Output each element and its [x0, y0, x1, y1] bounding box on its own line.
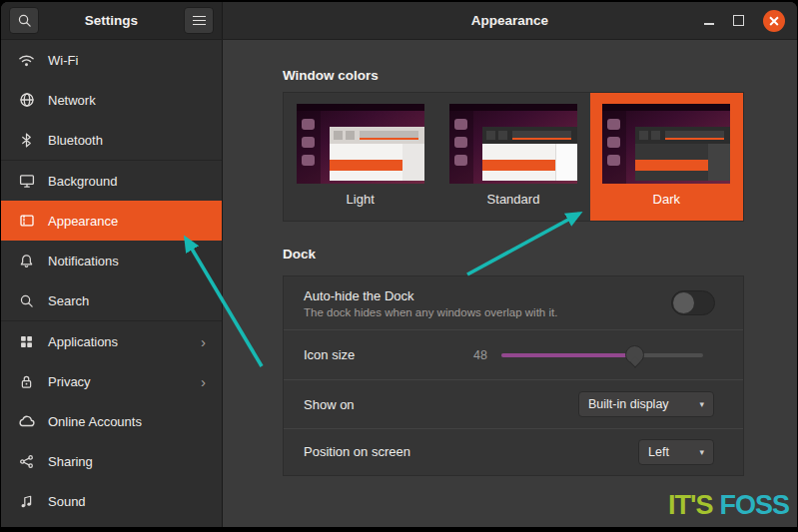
sidebar-item-bluetooth[interactable]: Bluetooth [1, 120, 222, 160]
show-on-row: Show on Built-in display ▾ [284, 379, 743, 428]
dock-card: Auto-hide the Dock The dock hides when a… [283, 275, 744, 476]
sidebar-item-sound[interactable]: Sound [1, 481, 222, 521]
theme-option-dark[interactable]: Dark [590, 93, 743, 221]
caret-down-icon: ▾ [699, 447, 704, 457]
sidebar-item-label: Network [48, 93, 96, 108]
theme-label: Light [347, 192, 375, 207]
position-label: Position on screen [304, 444, 638, 459]
icon-size-slider[interactable] [501, 353, 703, 357]
wifi-icon [18, 52, 35, 69]
sidebar: Wi-Fi Network Bluetooth Background [1, 40, 223, 527]
chevron-right-icon: › [201, 334, 206, 349]
autohide-text: Auto-hide the Dock The dock hides when a… [304, 288, 557, 318]
icon-size-label: Icon size [304, 347, 457, 362]
sidebar-item-label: Applications [48, 334, 118, 349]
search-icon [17, 13, 32, 28]
sidebar-item-label: Privacy [48, 374, 91, 389]
sidebar-item-appearance[interactable]: Appearance [1, 201, 222, 241]
search-button[interactable] [9, 7, 39, 34]
network-globe-icon [18, 92, 35, 109]
autohide-subtitle: The dock hides when any windows overlap … [304, 306, 557, 318]
applications-grid-icon [18, 333, 35, 350]
theme-label: Standard [487, 192, 540, 207]
sidebar-item-label: Bluetooth [48, 133, 103, 148]
theme-option-light[interactable]: Light [284, 93, 436, 221]
headerbar-right: Appearance [223, 2, 797, 39]
sidebar-item-wifi[interactable]: Wi-Fi [1, 40, 222, 80]
show-on-label: Show on [304, 397, 578, 412]
close-button[interactable] [763, 10, 785, 32]
window-frame: Settings Appearance Wi-Fi [1, 2, 797, 527]
sidebar-item-search[interactable]: Search [1, 280, 222, 320]
watermark-foss: FOSS [719, 490, 789, 520]
sidebar-item-label: Search [48, 293, 89, 308]
online-accounts-cloud-icon [18, 413, 35, 430]
notifications-bell-icon [18, 253, 35, 269]
sidebar-item-label: Appearance [48, 214, 118, 229]
sidebar-item-online-accounts[interactable]: Online Accounts [1, 401, 222, 441]
slider-knob[interactable] [625, 345, 644, 364]
sidebar-item-label: Sharing [48, 454, 93, 469]
maximize-button[interactable] [733, 15, 744, 26]
headerbar-left: Settings [1, 2, 223, 39]
chevron-right-icon: › [201, 374, 206, 389]
background-display-icon [18, 173, 35, 190]
window-colors-title: Window colors [283, 68, 379, 83]
window-controls [704, 2, 785, 39]
hamburger-icon [193, 16, 206, 26]
theme-label: Dark [653, 192, 680, 207]
window-colors-card: Light Standard [283, 92, 744, 222]
autohide-title: Auto-hide the Dock [304, 288, 557, 303]
position-dropdown[interactable]: Left ▾ [638, 439, 714, 465]
headerbar: Settings Appearance [1, 2, 797, 40]
minimize-button[interactable] [704, 23, 714, 25]
icon-size-value: 48 [457, 348, 487, 362]
search-magnifier-icon [18, 292, 35, 309]
theme-preview-dark [602, 104, 730, 184]
dock-title: Dock [283, 247, 316, 262]
sidebar-item-label: Notifications [48, 254, 119, 268]
sidebar-item-label: Sound [48, 494, 86, 509]
sidebar-item-privacy[interactable]: Privacy › [1, 361, 222, 401]
position-row: Position on screen Left ▾ [284, 428, 743, 474]
menu-button[interactable] [184, 7, 214, 34]
theme-option-standard[interactable]: Standard [436, 93, 589, 221]
settings-window: Settings Appearance Wi-Fi [0, 0, 798, 532]
slider-fill [501, 353, 635, 357]
watermark-its: IT'S [668, 490, 712, 520]
settings-window-title: Settings [39, 13, 184, 28]
autohide-toggle[interactable] [671, 290, 715, 315]
icon-size-row: Icon size 48 [284, 329, 743, 379]
sidebar-item-notifications[interactable]: Notifications [1, 241, 222, 280]
sidebar-item-label: Wi-Fi [48, 53, 78, 68]
sidebar-item-sharing[interactable]: Sharing [1, 441, 222, 481]
sidebar-item-applications[interactable]: Applications › [1, 321, 222, 361]
its-foss-watermark: IT'SFOSS [668, 490, 789, 521]
show-on-dropdown[interactable]: Built-in display ▾ [578, 391, 714, 417]
sidebar-item-background[interactable]: Background [1, 161, 222, 201]
sidebar-item-network[interactable]: Network [1, 80, 222, 120]
theme-preview-standard [449, 104, 577, 184]
privacy-lock-icon [18, 373, 35, 390]
sound-note-icon [18, 493, 35, 510]
show-on-value: Built-in display [588, 397, 669, 411]
bluetooth-icon [18, 132, 35, 149]
position-value: Left [648, 445, 669, 459]
sidebar-item-label: Online Accounts [48, 414, 142, 429]
appearance-panel: Window colors Light [223, 40, 797, 527]
sidebar-item-label: Background [48, 174, 117, 189]
appearance-icon [18, 213, 35, 230]
toggle-knob [673, 292, 694, 313]
theme-preview-light [297, 104, 424, 184]
sharing-nodes-icon [18, 453, 35, 470]
autohide-row: Auto-hide the Dock The dock hides when a… [284, 276, 743, 329]
caret-down-icon: ▾ [699, 399, 704, 409]
